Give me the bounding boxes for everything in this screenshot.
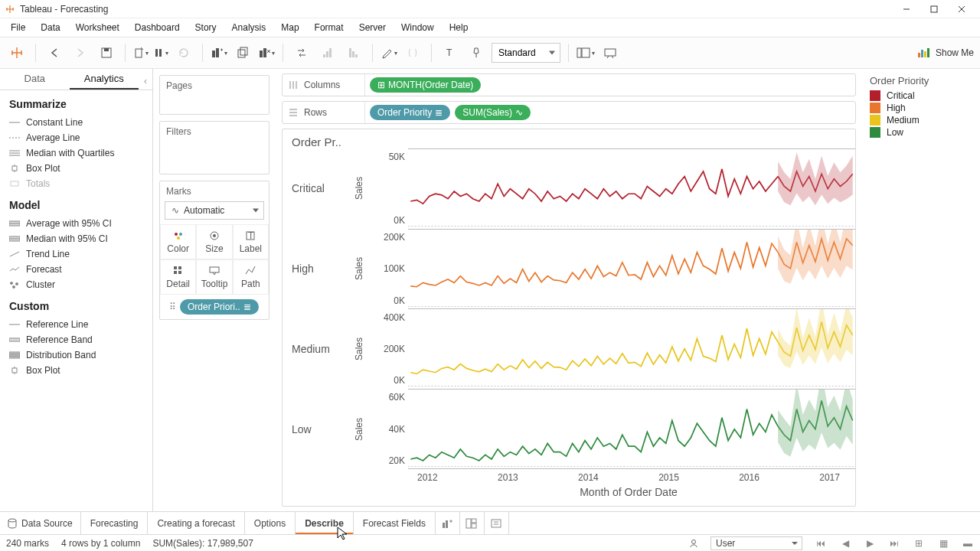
chart-row-high[interactable]	[408, 230, 855, 310]
show-sheets-icon[interactable]: ▬	[962, 537, 974, 549]
chart-canvas[interactable]	[408, 148, 855, 469]
analytics-average-line[interactable]: Average Line	[0, 130, 152, 145]
new-dashboard-tab[interactable]	[460, 512, 485, 534]
analytics-ref-line[interactable]: Reference Line	[0, 317, 152, 332]
cards-button[interactable]: ▾	[577, 47, 595, 59]
highlight-button[interactable]: ▾	[381, 47, 397, 59]
chart-row-critical[interactable]	[408, 149, 855, 230]
marks-label[interactable]: TLabel	[233, 224, 269, 259]
analytics-cluster[interactable]: Cluster	[0, 277, 152, 292]
analytics-trend-line[interactable]: Trend Line	[0, 246, 152, 262]
new-worksheet-button[interactable]: ▾	[211, 47, 227, 59]
show-me-button[interactable]: Show Me	[917, 47, 974, 59]
data-source-tab[interactable]: Data Source	[0, 512, 81, 534]
menu-worksheet[interactable]: Worksheet	[68, 21, 127, 34]
tableau-home-icon[interactable]	[6, 42, 28, 64]
last-sheet-icon[interactable]: ⏭	[888, 537, 900, 549]
analytics-avg-ci[interactable]: Average with 95% CI	[0, 216, 152, 231]
tab-data[interactable]: Data	[0, 69, 70, 90]
next-sheet-icon[interactable]: ▶	[864, 537, 876, 549]
pause-button[interactable]: ▾	[153, 47, 168, 59]
line-icon: ∿	[515, 107, 523, 118]
marks-path[interactable]: Path	[233, 259, 269, 295]
sheet-tab[interactable]: Forecasting	[81, 512, 149, 534]
pill-sum-sales[interactable]: SUM(Sales) ∿	[455, 105, 531, 120]
sort-desc-button[interactable]	[343, 42, 364, 64]
menu-file[interactable]: File	[3, 21, 33, 34]
analytics-constant-line[interactable]: Constant Line	[0, 115, 152, 130]
svg-rect-22	[918, 53, 920, 57]
analytics-forecast[interactable]: Forecast	[0, 262, 152, 277]
first-sheet-icon[interactable]: ⏮	[815, 537, 827, 549]
sheet-tab[interactable]: Describe	[296, 512, 354, 534]
close-button[interactable]	[948, 0, 975, 18]
group-button[interactable]	[402, 42, 423, 64]
svg-rect-16	[352, 51, 354, 57]
legend-item[interactable]: Critical	[870, 90, 972, 102]
minimize-button[interactable]	[893, 0, 920, 18]
fit-select[interactable]: Standard	[492, 43, 560, 63]
legend-item[interactable]: Low	[870, 126, 972, 139]
rows-shelf[interactable]: Rows Order Priority ≣ SUM(Sales) ∿	[282, 101, 856, 124]
label-button[interactable]: T	[439, 42, 461, 64]
new-worksheet-tab[interactable]	[436, 512, 460, 534]
filters-card[interactable]: Filters	[159, 121, 270, 174]
pages-card[interactable]: Pages	[159, 75, 270, 115]
analytics-dist-band[interactable]: Distribution Band	[0, 347, 152, 363]
menu-help[interactable]: Help	[442, 21, 476, 34]
marks-type-select[interactable]: Automatic	[165, 201, 264, 220]
tab-analytics[interactable]: Analytics	[70, 69, 139, 90]
pill-month-orderdate[interactable]: ⊞MONTH(Order Date)	[370, 77, 481, 93]
menu-analysis[interactable]: Analysis	[224, 21, 274, 34]
row-header-medium[interactable]: Medium	[283, 309, 351, 390]
maximize-button[interactable]	[920, 0, 948, 18]
row-header-high[interactable]: High	[283, 229, 351, 309]
marks-pill-row[interactable]: ⠿ Order Priori.. ≣	[165, 299, 264, 315]
save-button[interactable]	[96, 42, 117, 64]
analytics-ref-band[interactable]: Reference Band	[0, 332, 152, 347]
marks-detail[interactable]: Detail	[160, 259, 196, 295]
analytics-median-quartiles[interactable]: Median with Quartiles	[0, 145, 152, 161]
clear-button[interactable]: ▾	[258, 47, 275, 59]
pin-button[interactable]	[466, 42, 487, 64]
prev-sheet-icon[interactable]: ◀	[839, 537, 851, 549]
analytics-box-plot-2[interactable]: Box Plot	[0, 363, 152, 378]
duplicate-button[interactable]	[232, 42, 253, 64]
sheet-tab[interactable]: Forecast Fields	[354, 512, 436, 534]
sheet-tab[interactable]: Options	[245, 512, 296, 534]
menu-server[interactable]: Server	[351, 21, 394, 34]
refresh-button[interactable]	[173, 42, 194, 64]
menu-format[interactable]: Format	[307, 21, 351, 34]
user-select[interactable]: User	[710, 536, 802, 550]
menu-dashboard[interactable]: Dashboard	[127, 21, 188, 34]
presentation-button[interactable]	[599, 42, 621, 64]
chart-row-low[interactable]	[408, 390, 855, 470]
legend-item[interactable]: Medium	[870, 114, 972, 126]
show-filmstrip-icon[interactable]: ▦	[937, 537, 949, 549]
forward-button[interactable]	[70, 42, 91, 64]
chart-row-medium[interactable]	[408, 309, 855, 390]
new-story-tab[interactable]	[485, 512, 509, 534]
menu-map[interactable]: Map	[273, 21, 306, 34]
columns-shelf[interactable]: Columns ⊞MONTH(Order Date)	[282, 73, 856, 96]
pill-order-priority[interactable]: Order Priority ≣	[370, 105, 450, 120]
marks-size[interactable]: Size	[196, 224, 232, 259]
sheet-tab[interactable]: Creating a forecast	[148, 512, 244, 534]
menu-window[interactable]: Window	[394, 21, 442, 34]
analytics-med-ci[interactable]: Median with 95% CI	[0, 231, 152, 246]
back-button[interactable]	[44, 42, 65, 64]
new-datasource-button[interactable]: ▾	[133, 47, 149, 59]
menu-data[interactable]: Data	[33, 21, 67, 34]
show-tabs-icon[interactable]: ⊞	[913, 537, 925, 549]
marks-pill-order-priority[interactable]: Order Priori.. ≣	[180, 299, 259, 315]
sort-asc-button[interactable]	[317, 42, 338, 64]
analytics-box-plot[interactable]: Box Plot	[0, 161, 152, 176]
marks-tooltip[interactable]: Tooltip	[196, 259, 232, 295]
swap-button[interactable]	[291, 42, 312, 64]
sidebar-collapse-icon[interactable]: ‹	[139, 76, 152, 90]
marks-color[interactable]: Color	[160, 224, 196, 259]
menu-story[interactable]: Story	[188, 21, 224, 34]
row-header-low[interactable]: Low	[283, 389, 351, 469]
legend-item[interactable]: High	[870, 102, 972, 114]
row-header-critical[interactable]: Critical	[283, 148, 351, 229]
